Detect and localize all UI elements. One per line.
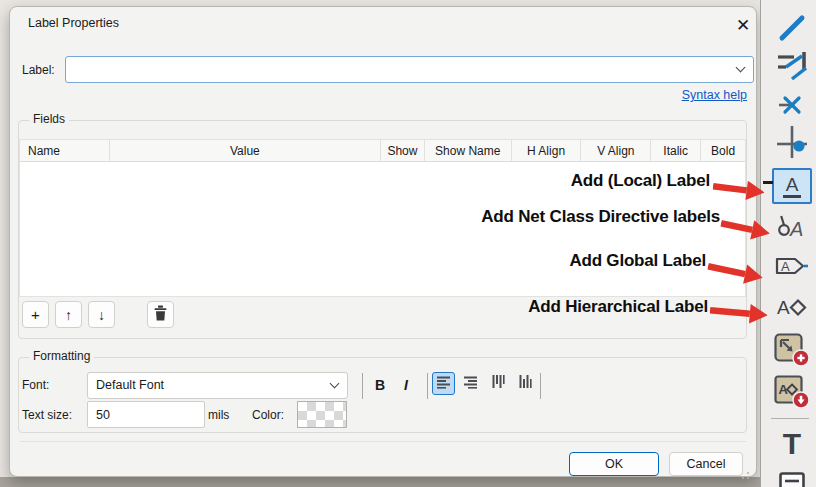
font-combobox[interactable]: Default Font	[87, 372, 348, 399]
text-size-caption: Text size:	[22, 408, 72, 422]
add-bus-button[interactable]	[772, 50, 812, 86]
add-net-class-directive-button[interactable]: A	[772, 210, 812, 246]
add-label-button[interactable]: A	[772, 168, 812, 204]
import-sheet-pin-icon: A	[774, 375, 810, 413]
add-global-label-button[interactable]: A	[772, 250, 812, 286]
col-header-show[interactable]: Show	[381, 140, 425, 161]
col-header-h-align[interactable]: H Align	[512, 140, 582, 161]
align-bottom-button[interactable]	[513, 372, 536, 395]
svg-text:A: A	[777, 297, 790, 318]
align-top-button[interactable]	[486, 372, 509, 395]
chevron-down-icon[interactable]	[330, 378, 340, 388]
wire-icon	[778, 14, 806, 46]
col-header-value[interactable]: Value	[110, 140, 381, 161]
schematic-right-toolbar: A A A A	[760, 0, 816, 487]
no-connect-icon	[779, 92, 805, 122]
label-input[interactable]	[72, 59, 722, 80]
fields-group-label: Fields	[29, 112, 69, 126]
cancel-button[interactable]: Cancel	[669, 452, 743, 476]
divider	[540, 373, 541, 399]
vertical-align-bottom-icon	[518, 374, 532, 393]
syntax-help-link[interactable]: Syntax help	[682, 88, 747, 102]
col-header-bold[interactable]: Bold	[701, 140, 745, 161]
resize-grip[interactable]	[738, 471, 750, 480]
add-junction-button[interactable]	[772, 126, 812, 162]
bus-icon	[777, 51, 807, 85]
hierarchical-label-icon: A	[776, 293, 808, 325]
annotation-add-global-label: Add Global Label	[569, 251, 706, 271]
toolbar-separator	[771, 418, 809, 419]
ok-button[interactable]: OK	[569, 452, 659, 476]
trash-icon	[153, 305, 168, 324]
annotation-add-local-label: Add (Local) Label	[571, 171, 710, 191]
col-header-v-align[interactable]: V Align	[581, 140, 651, 161]
font-value: Default Font	[96, 378, 164, 392]
vertical-align-top-icon	[491, 374, 505, 393]
add-no-connect-button[interactable]	[772, 89, 812, 125]
col-header-name[interactable]: Name	[20, 140, 110, 161]
align-right-icon	[463, 375, 478, 393]
add-wire-button[interactable]	[772, 12, 812, 48]
col-header-italic[interactable]: Italic	[651, 140, 701, 161]
hierarchical-sheet-icon	[774, 333, 810, 371]
screen: Label Properties ✕ Label: Syntax help Fi…	[0, 0, 816, 487]
divider	[20, 441, 746, 442]
divider	[427, 373, 428, 399]
add-field-button[interactable]: +	[22, 301, 49, 328]
label-properties-dialog: Label Properties ✕ Label: Syntax help Fi…	[9, 6, 757, 477]
formatting-group-label: Formatting	[29, 349, 94, 363]
chevron-down-icon[interactable]	[736, 62, 746, 72]
annotation-add-net-class-directive: Add Net Class Directive labels	[481, 207, 720, 227]
bold-button[interactable]: B	[368, 373, 392, 397]
junction-icon	[776, 124, 808, 164]
move-field-up-button[interactable]: ↑	[55, 301, 82, 328]
font-caption: Font:	[22, 378, 49, 392]
label-icon: A	[783, 174, 802, 199]
import-sheet-pin-button[interactable]: A	[772, 376, 812, 412]
text-size-field[interactable]	[87, 401, 205, 428]
align-left-icon	[436, 375, 451, 393]
align-right-button[interactable]	[459, 372, 482, 395]
text-box-icon	[778, 471, 806, 487]
text-icon: T	[783, 429, 801, 459]
background-strip	[0, 477, 762, 487]
close-icon[interactable]: ✕	[730, 13, 756, 37]
label-combobox[interactable]	[65, 56, 754, 83]
dialog-title: Label Properties	[28, 16, 119, 30]
net-class-directive-icon: A	[777, 212, 807, 244]
color-swatch[interactable]	[297, 401, 347, 428]
svg-text:A: A	[781, 259, 790, 274]
italic-button[interactable]: I	[394, 373, 418, 397]
annotation-add-hierarchical-label: Add Hierarchical Label	[528, 297, 708, 317]
global-label-icon: A	[775, 252, 809, 284]
color-caption: Color:	[252, 408, 284, 422]
add-hierarchical-sheet-button[interactable]	[772, 334, 812, 370]
add-text-button[interactable]: T	[772, 426, 812, 462]
divider	[362, 373, 363, 399]
svg-text:A: A	[789, 218, 803, 240]
delete-field-button[interactable]	[147, 301, 174, 328]
units-label: mils	[208, 408, 229, 422]
move-field-down-button[interactable]: ↓	[88, 301, 115, 328]
callout-tick	[763, 181, 773, 184]
col-header-show-name[interactable]: Show Name	[425, 140, 512, 161]
text-size-input[interactable]	[96, 405, 196, 424]
add-text-box-button[interactable]	[772, 468, 812, 487]
label-field-caption: Label:	[22, 63, 55, 77]
add-hierarchical-label-button[interactable]: A	[772, 291, 812, 327]
align-left-button[interactable]	[432, 372, 455, 395]
fields-table-header: Name Value Show Show Name H Align V Alig…	[20, 140, 745, 162]
